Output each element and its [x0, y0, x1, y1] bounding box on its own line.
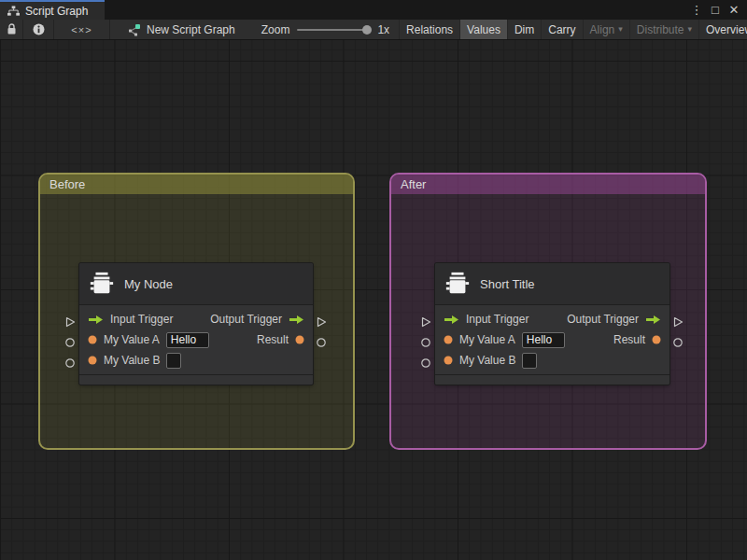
zoom-label: Zoom — [261, 23, 290, 36]
new-script-graph-label: New Script Graph — [147, 23, 235, 36]
value-a-port[interactable] — [88, 335, 97, 344]
port-row-value-b: My Value B — [435, 350, 669, 371]
port-label: Result — [613, 333, 645, 346]
value-a-input[interactable] — [166, 332, 209, 348]
new-script-graph-button[interactable]: New Script Graph — [118, 20, 245, 39]
carry-button[interactable]: Carry — [541, 20, 582, 39]
lock-button[interactable] — [0, 20, 23, 39]
node-title: My Node — [124, 277, 173, 291]
dim-button[interactable]: Dim — [507, 20, 541, 39]
graph-canvas[interactable]: Before After My Node — [0, 40, 747, 560]
input-trigger-port[interactable] — [444, 315, 459, 325]
maximize-icon[interactable]: □ — [708, 3, 723, 17]
value-b-port[interactable] — [444, 356, 453, 365]
result-port[interactable] — [652, 335, 661, 344]
input-trigger-port[interactable] — [88, 315, 104, 325]
port-label: Output Trigger — [567, 313, 639, 326]
value-a-port[interactable] — [444, 335, 453, 344]
node-my-node-header[interactable]: My Node — [79, 263, 313, 305]
relations-label: Relations — [406, 23, 453, 36]
external-value-connector[interactable] — [64, 335, 76, 346]
tab-label: Script Graph — [25, 5, 88, 18]
window-menu-icon[interactable]: ⋮ — [689, 3, 704, 17]
port-row-value-a: My Value A Result — [79, 329, 313, 350]
node-footer — [435, 374, 669, 385]
port-row-value-a: My Value A Result — [435, 329, 669, 350]
zoom-control: Zoom 1x — [252, 20, 399, 39]
external-trigger-out-connector[interactable] — [316, 315, 327, 326]
tab-bar: Script Graph ⋮ □ ✕ — [0, 0, 747, 20]
external-value-connector[interactable] — [64, 356, 76, 367]
group-before-header[interactable]: Before — [40, 175, 353, 194]
node-short-title-header[interactable]: Short Title — [435, 263, 669, 305]
unit-node-icon — [89, 272, 115, 296]
align-label: Align — [590, 23, 615, 36]
code-view-button[interactable]: <×> — [54, 20, 110, 39]
port-row-value-b: My Value B — [79, 350, 313, 371]
info-icon — [33, 23, 45, 35]
script-graph-asset-icon — [127, 23, 141, 36]
zoom-value: 1x — [377, 23, 389, 36]
unit-node-icon — [444, 272, 471, 296]
toolbar-toggle-group: Relations Values Dim Carry Align ▾ Distr… — [399, 20, 747, 39]
output-trigger-port[interactable] — [645, 315, 661, 325]
output-trigger-port[interactable] — [289, 315, 304, 325]
chevron-down-icon: ▾ — [688, 25, 693, 34]
values-label: Values — [467, 23, 500, 36]
node-footer — [79, 374, 313, 385]
group-after-title: After — [401, 177, 426, 191]
info-button[interactable] — [23, 20, 54, 39]
value-a-input[interactable] — [522, 332, 565, 348]
window-controls: ⋮ □ ✕ — [689, 0, 747, 20]
port-label: My Value A — [459, 333, 515, 346]
group-before-title: Before — [49, 177, 85, 191]
overview-button[interactable]: Overview — [698, 20, 747, 39]
close-icon[interactable]: ✕ — [726, 3, 741, 17]
lock-icon — [7, 23, 17, 35]
external-value-connector[interactable] — [420, 356, 431, 367]
result-port[interactable] — [295, 335, 304, 344]
external-value-connector[interactable] — [316, 335, 327, 346]
toolbar-spacer — [245, 20, 252, 39]
carry-label: Carry — [548, 23, 575, 36]
script-graph-window: Script Graph ⋮ □ ✕ <×> — [0, 0, 747, 560]
group-after-header[interactable]: After — [391, 175, 705, 194]
port-row-trigger: Input Trigger Output Trigger — [79, 309, 313, 329]
port-label: Result — [257, 333, 289, 346]
port-label: My Value A — [104, 333, 160, 346]
graph-toolbar: <×> New Script Graph Zoom 1x Relations V… — [0, 20, 747, 40]
value-b-port[interactable] — [88, 356, 97, 365]
node-short-title[interactable]: Short Title Input Trigger Output Trigger — [435, 263, 669, 385]
relations-button[interactable]: Relations — [399, 20, 459, 39]
port-label: Output Trigger — [210, 313, 282, 326]
value-b-input[interactable] — [522, 353, 537, 369]
graph-hierarchy-icon — [7, 6, 20, 17]
toolbar-spacer — [110, 20, 118, 39]
external-trigger-out-connector[interactable] — [672, 315, 684, 326]
zoom-slider[interactable] — [297, 29, 370, 31]
external-trigger-in-connector[interactable] — [64, 315, 76, 326]
node-body: Input Trigger Output Trigger My Value A … — [79, 305, 313, 374]
port-label: My Value B — [104, 354, 160, 367]
port-label: Input Trigger — [466, 313, 529, 326]
overview-label: Overview — [706, 23, 747, 36]
tab-script-graph[interactable]: Script Graph — [0, 0, 105, 20]
chevron-down-icon: ▾ — [618, 25, 623, 34]
values-button[interactable]: Values — [459, 20, 507, 39]
node-title: Short Title — [480, 277, 535, 291]
align-dropdown[interactable]: Align ▾ — [583, 20, 629, 39]
dim-label: Dim — [514, 23, 534, 36]
port-label: My Value B — [459, 354, 515, 367]
node-my-node[interactable]: My Node Input Trigger Output Trigger — [79, 263, 313, 385]
value-b-input[interactable] — [166, 353, 181, 369]
external-value-connector[interactable] — [420, 335, 431, 346]
port-row-trigger: Input Trigger Output Trigger — [435, 309, 669, 329]
distribute-dropdown[interactable]: Distribute ▾ — [629, 20, 698, 39]
external-trigger-in-connector[interactable] — [420, 315, 431, 326]
distribute-label: Distribute — [637, 23, 684, 36]
zoom-slider-handle[interactable] — [362, 25, 372, 35]
external-value-connector[interactable] — [672, 335, 684, 346]
node-body: Input Trigger Output Trigger My Value A … — [435, 305, 669, 374]
port-label: Input Trigger — [110, 313, 173, 326]
code-icon: <×> — [71, 24, 92, 35]
